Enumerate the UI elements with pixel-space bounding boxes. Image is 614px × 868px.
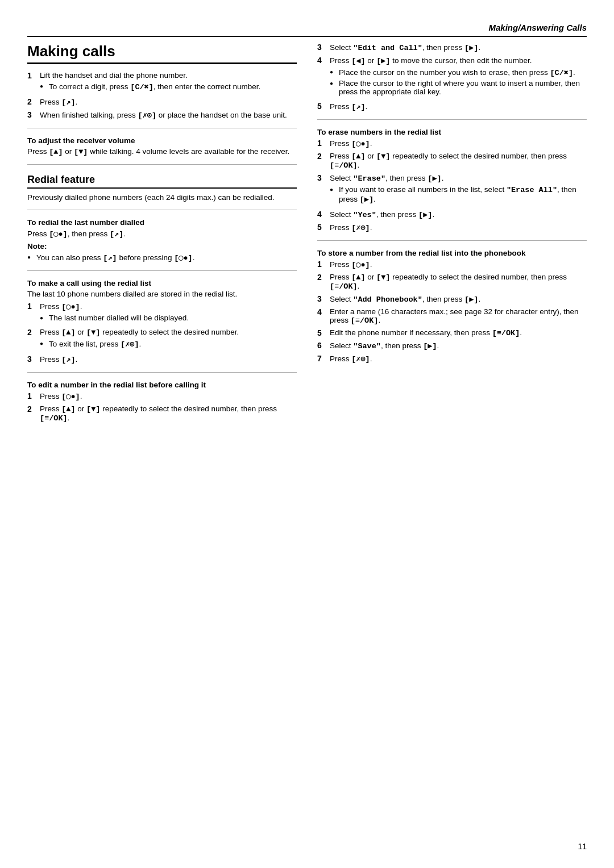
bullet-text: If you want to erase all numbers in the … [339,185,587,204]
list-item: 3 Select "Erase", then press [▶]. If you… [317,173,587,206]
step-number: 2 [27,404,36,423]
list-item: 5 Press [↗]. [317,102,587,111]
step-content: Press [◀] or [▶] to move the cursor, the… [330,56,587,98]
page-number: 11 [578,842,587,851]
step-number: 6 [317,341,326,350]
list-item: 5 Edit the phone number if necessary, th… [317,328,587,337]
bullet-list: To exit the list, press [✗⊙]. [40,339,297,349]
step-number: 5 [317,328,326,337]
step-content: Press [◯●]. [40,391,297,401]
receiver-volume-text: Press [▲] or [▼] while talking. 4 volume… [27,147,297,156]
bullet-list: Place the cursor on the number you wish … [330,68,587,96]
list-item: 4 Enter a name (16 characters max.; see … [317,307,587,325]
divider [27,128,297,128]
erase-numbers-steps: 1 Press [◯●]. 2 Press [▲] or [▼] repeate… [317,139,587,232]
redial-feature-title: Redial feature [27,174,297,189]
step-content: Press [◯●]. [330,139,587,148]
divider [27,210,297,210]
step-number: 1 [317,139,326,148]
step-content: Press [◯●]. The last number dialled will… [40,302,297,324]
step-number: 5 [317,102,326,111]
step-text: Press [◯●]. [330,139,372,148]
bullet-item: To exit the list, press [✗⊙]. [40,339,297,349]
left-column: Making calls 1 Lift the handset and dial… [27,43,297,426]
bullet-item: To correct a digit, press [C/✖], then en… [40,82,297,91]
list-item: 3 Select "Add Phonebook", then press [▶]… [317,294,587,304]
step-content: Press [✗⊙]. [330,223,587,232]
step-content: Select "Yes", then press [▶]. [330,210,587,219]
bullet-text: To exit the list, press [✗⊙]. [49,339,141,349]
step-text: Press [↗]. [330,102,367,111]
list-item: 2 Press [▲] or [▼] repeatedly to select … [317,273,587,291]
step-number: 4 [317,210,326,219]
list-item: 1 Lift the handset and dial the phone nu… [27,71,297,94]
step-text: Press [▲] or [▼] repeatedly to select th… [330,152,567,169]
step-content: Press [▲] or [▼] repeatedly to select th… [40,404,297,423]
step-text: Press [↗]. [40,355,77,364]
step-text: Press [✗⊙]. [330,223,372,232]
step-content: Press [◯●]. [330,260,587,269]
step-text: Select "Save", then press [▶]. [330,341,439,350]
step-text: Select "Add Phonebook", then press [▶]. [330,295,480,303]
step-text: Lift the handset and dial the phone numb… [40,71,188,80]
divider [317,119,587,120]
make-call-redial-intro: The last 10 phone numbers dialled are st… [27,290,297,298]
list-item: 7 Press [✗⊙]. [317,354,587,364]
step-text: Press [◀] or [▶] to move the cursor, the… [330,56,532,65]
divider [27,372,297,373]
step-content: Press [▲] or [▼] repeatedly to select th… [40,328,297,351]
step-text: Press [▲] or [▼] repeatedly to select th… [330,273,567,290]
step-number: 1 [27,71,36,94]
step-text: Enter a name (16 characters max.; see pa… [330,307,578,324]
step-content: Press [↗]. [40,354,297,364]
step-number: 3 [317,173,326,206]
header-title: Making/Answering Calls [488,23,587,32]
store-phonebook-label: To store a number from the redial list i… [317,249,587,257]
list-item: 5 Press [✗⊙]. [317,223,587,232]
step-text: Select "Edit and Call", then press [▶]. [330,43,480,52]
step-number: 3 [317,43,326,52]
step-number: 1 [317,260,326,269]
step-content: Press [↗]. [330,102,587,111]
list-item: 4 Press [◀] or [▶] to move the cursor, t… [317,56,587,98]
step-text: Press [◯●]. [40,302,82,311]
step-text: Select "Erase", then press [▶]. [330,174,443,182]
step-number: 7 [317,354,326,364]
step-content: Press [▲] or [▼] repeatedly to select th… [330,273,587,291]
step-content: Enter a name (16 characters max.; see pa… [330,307,587,325]
step-text: Press [◯●]. [330,260,372,269]
step-content: When finished talking, press [✗⊙] or pla… [40,110,297,120]
step-number: 5 [317,223,326,232]
step-number: 1 [27,302,36,324]
step-number: 2 [27,97,36,107]
list-item: 1 Press [◯●]. [317,139,587,148]
step-text: Select "Yes", then press [▶]. [330,210,434,219]
step-text: Press [▲] or [▼] repeatedly to select th… [40,404,277,422]
bullet-text: To correct a digit, press [C/✖], then en… [49,82,260,91]
list-item: 2 Press [▲] or [▼] repeatedly to select … [27,328,297,351]
step-content: Press [▲] or [▼] repeatedly to select th… [330,152,587,170]
page: Making/Answering Calls Making calls 1 Li… [0,0,614,868]
bullet-item: Place the cursor on the number you wish … [330,68,587,77]
step-content: Select "Edit and Call", then press [▶]. [330,43,587,52]
bullet-list: If you want to erase all numbers in the … [330,185,587,204]
last-number-text: Press [◯●], then press [↗]. [27,229,297,239]
note-label: Note: [27,242,297,251]
divider [27,270,297,271]
bullet-item: Place the cursor to the right of where y… [330,79,587,96]
step-number: 4 [317,56,326,98]
step-text: When finished talking, press [✗⊙] or pla… [40,111,287,119]
list-item: 1 Press [◯●]. [27,391,297,401]
step-content: Select "Erase", then press [▶]. If you w… [330,173,587,206]
list-item: 3 When finished talking, press [✗⊙] or p… [27,110,297,120]
list-item: 4 Select "Yes", then press [▶]. [317,210,587,219]
last-number-label: To redial the last number dialled [27,218,297,227]
edit-call-continued-steps: 3 Select "Edit and Call", then press [▶]… [317,43,587,111]
list-item: 3 Select "Edit and Call", then press [▶]… [317,43,587,52]
list-item: 2 Press [▲] or [▼] repeatedly to select … [27,404,297,423]
bullet-item: The last number dialled will be displaye… [40,314,297,322]
step-number: 2 [27,328,36,351]
store-phonebook-steps: 1 Press [◯●]. 2 Press [▲] or [▼] repeate… [317,260,587,364]
bullet-text: The last number dialled will be displaye… [49,314,189,322]
step-number: 3 [317,294,326,304]
